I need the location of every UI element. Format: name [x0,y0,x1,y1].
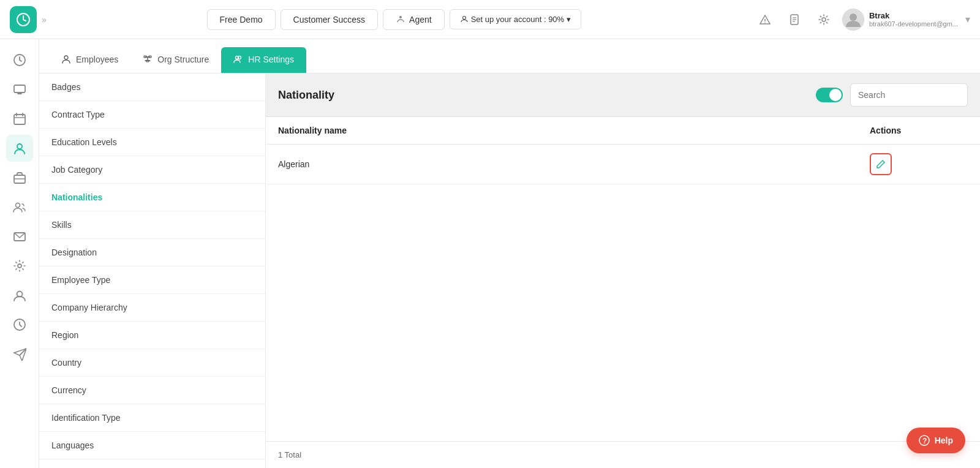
edit-action-button[interactable] [870,153,892,175]
sidebar-icon-calendar[interactable] [6,105,33,132]
sidebar-icon-clock2[interactable] [6,311,33,338]
sidebar-icon-tv[interactable] [6,76,33,103]
sidebar-icon-user2[interactable] [6,282,33,309]
sidebar-icon-send[interactable] [6,341,33,368]
menu-item-job-category[interactable]: Job Category [39,156,265,184]
person-setup-icon [460,15,469,24]
hr-settings-tab-label: HR Settings [248,55,294,64]
svg-point-19 [17,144,22,149]
sidebar-icon-briefcase[interactable] [6,164,33,191]
sidebar-icon-person[interactable] [6,135,33,162]
toggle-switch[interactable] [816,88,843,102]
menu-item-company-hierarchy[interactable]: Company Hierarchy [39,294,265,322]
sidebar-icon-clock[interactable] [6,47,33,74]
agent-button[interactable]: Agent [383,9,445,30]
svg-point-1 [462,16,466,19]
content-header: Nationality [266,74,980,117]
user-info: Btrak btrak607-development@gm... [869,11,958,28]
user-chevron: ▾ [965,13,970,25]
tab-employees[interactable]: Employees [49,47,130,73]
col-header-name: Nationality name [278,126,870,135]
menu-item-pay-frequency[interactable]: Pay Frequency [39,459,265,468]
main-content-panel: Nationality Nationality name Actions Alg… [266,74,980,468]
menu-item-employee-type[interactable]: Employee Type [39,266,265,294]
header-right: Btrak btrak607-development@gm... ▾ [754,9,970,31]
icon-sidebar [0,39,39,468]
menu-item-nationalities[interactable]: Nationalities [39,184,265,211]
logo-chevron: » [42,15,47,25]
svg-point-8 [822,18,826,21]
help-icon: ? [919,435,930,446]
table-header: Nationality name Actions [266,117,980,145]
app-logo[interactable] [10,6,37,33]
main-layout: Employees Org Structure HR Settings [0,39,980,468]
top-header: » Free Demo Customer Success Agent Set u… [0,0,980,39]
setup-chevron: ▾ [567,15,571,24]
table-row: Algerian [266,145,980,184]
hr-settings-tab-icon [233,55,243,64]
data-table: Nationality name Actions Algerian [266,117,980,468]
svg-point-24 [18,264,21,268]
edit-icon [876,159,886,169]
content-header-right [816,83,968,107]
agent-label: Agent [409,15,432,25]
document-icon [788,13,801,26]
menu-item-identification-type[interactable]: Identification Type [39,404,265,432]
total-count: 1 Total [278,450,301,459]
table-actions-cell [870,153,968,175]
content-title: Nationality [278,89,334,102]
menu-item-designation[interactable]: Designation [39,239,265,266]
help-button[interactable]: ? Help [907,428,965,453]
svg-rect-15 [14,115,25,124]
col-header-actions: Actions [870,126,968,135]
sidebar-icon-settings[interactable] [6,252,33,279]
menu-sidebar: Badges Contract Type Education Levels Jo… [39,74,266,468]
alert-icon-btn[interactable] [754,9,776,31]
tab-hr-settings[interactable]: HR Settings [221,47,306,73]
sidebar-icon-mail[interactable] [6,223,33,250]
nationality-name-cell: Algerian [278,159,870,169]
search-input[interactable] [850,83,968,107]
employees-tab-icon [61,55,71,64]
setup-label: Set up your account : 90% [471,15,564,24]
svg-rect-12 [14,85,25,92]
settings-icon-btn[interactable] [813,9,835,31]
header-nav: Free Demo Customer Success Agent Set up … [207,9,582,30]
employees-tab-label: Employees [76,55,118,64]
user-name: Btrak [869,11,958,20]
menu-item-languages[interactable]: Languages [39,432,265,459]
svg-point-10 [850,13,857,21]
menu-item-region[interactable]: Region [39,322,265,349]
user-menu[interactable]: Btrak btrak607-development@gm... ▾ [842,9,970,31]
org-tab-icon [143,55,153,64]
menu-item-badges[interactable]: Badges [39,74,265,101]
user-email: btrak607-development@gm... [869,20,958,28]
menu-item-country[interactable]: Country [39,349,265,377]
avatar [842,9,864,31]
agent-icon [396,15,405,25]
free-demo-button[interactable]: Free Demo [207,9,276,30]
table-body: Algerian [266,145,980,441]
menu-item-currency[interactable]: Currency [39,377,265,404]
menu-item-skills[interactable]: Skills [39,211,265,239]
table-footer: 1 Total [266,441,980,468]
customer-success-button[interactable]: Customer Success [281,9,378,30]
help-label: Help [935,436,953,445]
svg-point-22 [15,203,20,208]
svg-text:?: ? [922,437,927,445]
document-icon-btn[interactable] [783,9,805,31]
org-tab-label: Org Structure [157,55,209,64]
content-area: Badges Contract Type Education Levels Jo… [39,74,980,468]
sidebar-icon-users[interactable] [6,194,33,221]
svg-point-3 [764,22,766,23]
menu-item-contract-type[interactable]: Contract Type [39,101,265,129]
nav-tabs: Employees Org Structure HR Settings [39,39,980,74]
menu-item-education-levels[interactable]: Education Levels [39,129,265,156]
gear-icon [818,13,830,26]
tab-org-structure[interactable]: Org Structure [130,47,221,73]
alert-triangle-icon [759,13,771,26]
svg-point-29 [64,56,68,59]
setup-account-button[interactable]: Set up your account : 90% ▾ [450,9,581,29]
